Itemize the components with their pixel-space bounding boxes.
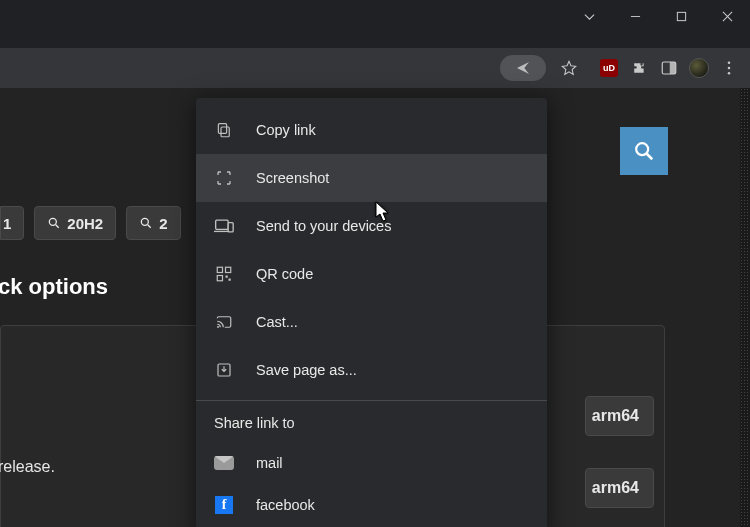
chevron-down-icon (584, 11, 595, 22)
svg-rect-14 (218, 124, 226, 134)
facebook-icon: f (214, 495, 234, 515)
page-heading: ck options (0, 274, 108, 300)
panel-icon (660, 59, 678, 77)
filter-tag[interactable]: 1 (0, 206, 24, 240)
svg-rect-19 (226, 267, 231, 272)
browser-toolbar: uD (0, 48, 750, 88)
window-minimize-button[interactable] (612, 0, 658, 32)
filter-tag[interactable]: 20H2 (34, 206, 116, 240)
tag-label: 2 (159, 215, 167, 232)
tab-strip (0, 32, 750, 48)
svg-line-12 (148, 225, 151, 228)
send-icon (515, 60, 531, 76)
menu-item-save-page[interactable]: Save page as... (196, 346, 547, 394)
svg-line-10 (56, 225, 59, 228)
svg-rect-13 (221, 127, 229, 137)
search-icon (633, 140, 655, 162)
menu-item-label: Copy link (256, 122, 316, 138)
avatar-icon (689, 58, 709, 78)
filter-tag-row: 1 20H2 2 (0, 206, 181, 240)
bookmark-star-button[interactable] (554, 53, 584, 83)
menu-item-label: facebook (256, 497, 315, 513)
menu-item-label: QR code (256, 266, 313, 282)
save-icon (214, 360, 234, 380)
chrome-menu-button[interactable] (714, 53, 744, 83)
svg-point-9 (50, 218, 57, 225)
svg-point-11 (142, 218, 149, 225)
svg-rect-21 (226, 276, 228, 278)
extensions-button[interactable] (624, 53, 654, 83)
mail-icon (214, 453, 234, 473)
menu-item-send-devices[interactable]: Send to your devices (196, 202, 547, 250)
menu-item-qr-code[interactable]: QR code (196, 250, 547, 298)
svg-line-8 (647, 154, 653, 160)
svg-rect-17 (228, 223, 233, 232)
search-icon (139, 216, 153, 230)
close-icon (722, 11, 733, 22)
window-title-bar (0, 0, 750, 32)
svg-point-6 (728, 72, 731, 75)
svg-point-23 (217, 326, 219, 328)
profile-avatar-button[interactable] (684, 53, 714, 83)
share-target-facebook[interactable]: f facebook (196, 485, 547, 525)
arm-label: arm64 (592, 407, 639, 425)
extension-ublock[interactable]: uD (594, 53, 624, 83)
menu-item-cast[interactable]: Cast... (196, 298, 547, 346)
search-icon (47, 216, 61, 230)
download-arm64-button[interactable]: arm64 (585, 468, 654, 508)
svg-rect-20 (217, 276, 222, 281)
menu-item-label: Send to your devices (256, 218, 391, 234)
minimize-icon (630, 11, 641, 22)
menu-item-label: Save page as... (256, 362, 357, 378)
window-close-button[interactable] (704, 0, 750, 32)
arm-label: arm64 (592, 479, 639, 497)
desktop-background-edge (740, 88, 750, 527)
tag-label: 1 (3, 215, 11, 232)
puzzle-icon (630, 59, 648, 77)
window-maximize-button[interactable] (658, 0, 704, 32)
menu-item-copy-link[interactable]: Copy link (196, 106, 547, 154)
share-menu-popup: Copy link Screenshot Send to your device… (196, 98, 547, 527)
maximize-icon (676, 11, 687, 22)
menu-item-label: Cast... (256, 314, 298, 330)
menu-separator (196, 400, 547, 401)
svg-rect-22 (229, 279, 231, 281)
side-panel-button[interactable] (654, 53, 684, 83)
share-page-button[interactable] (500, 55, 546, 81)
svg-point-4 (728, 61, 731, 64)
tag-label: 20H2 (67, 215, 103, 232)
share-link-to-header: Share link to (196, 405, 547, 441)
svg-point-7 (636, 143, 648, 155)
download-arm64-button[interactable]: arm64 (585, 396, 654, 436)
devices-icon (214, 216, 234, 236)
crop-icon (214, 168, 234, 188)
copy-icon (214, 120, 234, 140)
kebab-icon (720, 59, 738, 77)
qr-icon (214, 264, 234, 284)
filter-tag[interactable]: 2 (126, 206, 180, 240)
share-target-mail[interactable]: mail (196, 441, 547, 485)
release-text: release. (0, 458, 55, 476)
ublock-icon: uD (600, 59, 618, 77)
svg-point-5 (728, 67, 731, 70)
svg-rect-18 (217, 267, 222, 272)
menu-item-screenshot[interactable]: Screenshot (196, 154, 547, 202)
svg-rect-15 (216, 220, 229, 229)
search-button[interactable] (620, 127, 668, 175)
svg-rect-1 (677, 12, 685, 20)
star-icon (560, 59, 578, 77)
svg-rect-3 (670, 62, 676, 74)
menu-item-label: mail (256, 455, 283, 471)
menu-item-label: Screenshot (256, 170, 329, 186)
tabs-overflow-button[interactable] (566, 0, 612, 32)
cast-icon (214, 312, 234, 332)
